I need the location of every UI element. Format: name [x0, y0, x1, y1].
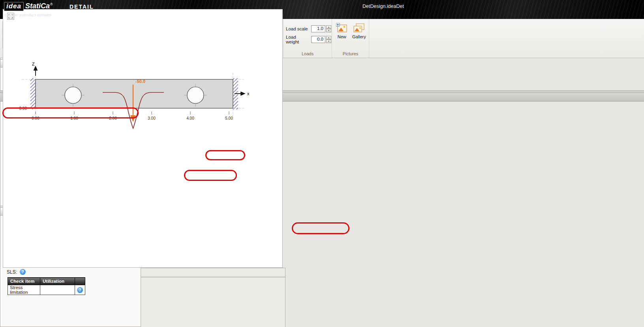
ribbon-group-label: Loads — [284, 51, 332, 58]
new-picture-icon — [336, 23, 348, 33]
utilization-cell — [40, 285, 75, 295]
ribbon-group-loads: Load scale 1.0 ▲ ▼ Load weight 0.0 ▲ ▼ — [284, 19, 332, 58]
help-icon[interactable] — [20, 269, 26, 275]
sls-label: SLS: — [7, 269, 17, 275]
load-weight-label: Load weight — [286, 35, 310, 44]
x-ruler-tick: 0.00 — [32, 116, 39, 120]
statica-wordmark: StatiCa — [25, 2, 50, 10]
picture-gallery-button[interactable]: Gallery — [351, 21, 367, 51]
tagline: Calculate yesterday's estimates — [4, 13, 51, 17]
beam-model-view: -50.0 Z x 0.00 0.00 1.00 2.00 3.00 — [4, 57, 285, 140]
load-scale-label: Load scale — [286, 26, 310, 31]
load-scale-input[interactable]: 1.0 — [311, 25, 325, 32]
picture-new-label: New — [338, 34, 346, 39]
load-scale-up-button[interactable]: ▲ — [326, 25, 331, 29]
x-ruler-tick: 3.00 — [148, 116, 156, 120]
x-ruler-tick: 5.00 — [225, 116, 233, 120]
check-item-header: Check item — [8, 278, 40, 285]
opening-circle — [187, 87, 204, 103]
opening-circle — [65, 87, 81, 103]
load-weight-down-button[interactable]: ▼ — [326, 39, 331, 43]
utilization-header: Utilization — [40, 278, 75, 285]
annotation-ellipse-transmitting-device — [292, 222, 349, 234]
check-item-cell: Stress limitation — [8, 285, 40, 295]
x-ruler-tick: 1.00 — [70, 116, 78, 120]
load-weight-up-button[interactable]: ▲ — [326, 36, 331, 39]
x-axis-label: x — [247, 91, 250, 96]
app-mode-label: DETAIL — [69, 4, 94, 10]
help-icon[interactable] — [77, 287, 83, 293]
ribbon-group-label: Pictures — [332, 51, 369, 58]
gallery-icon — [353, 23, 365, 33]
idea-statica-logo: idea StatiCa ® — [4, 2, 53, 11]
load-weight-input[interactable]: 0.0 — [311, 36, 325, 43]
table-header-row: Check item Utilization — [8, 278, 85, 285]
picture-gallery-label: Gallery — [352, 34, 366, 39]
sls-check-table: Check item Utilization Stress limitation — [8, 277, 85, 295]
load-value-label: -50.0 — [135, 79, 145, 84]
x-ruler-tick: 4.00 — [186, 116, 194, 120]
app-window: idea StatiCa ® DETAIL Calculate yesterda… — [0, 0, 644, 327]
registered-mark: ® — [50, 2, 53, 6]
x-ruler-tick: 2.00 — [109, 116, 117, 120]
y-ruler-tick: 0.00 — [19, 106, 27, 111]
main-model-canvas[interactable]: -50.0 Z x 0.00 0.00 1.00 2.00 3.00 — [3, 9, 283, 268]
z-axis-label: Z — [32, 62, 35, 66]
ribbon-group-pictures: New Gallery Pictures — [332, 19, 369, 58]
help-column-header — [75, 278, 85, 285]
idea-logo-badge: idea — [4, 2, 24, 11]
picture-new-button[interactable]: New — [334, 21, 349, 51]
left-support-hatch — [30, 78, 36, 109]
document-title: DetDesign.ideaDet — [362, 4, 404, 9]
load-scale-down-button[interactable]: ▼ — [326, 29, 331, 32]
table-row[interactable]: Stress limitation — [8, 285, 85, 295]
